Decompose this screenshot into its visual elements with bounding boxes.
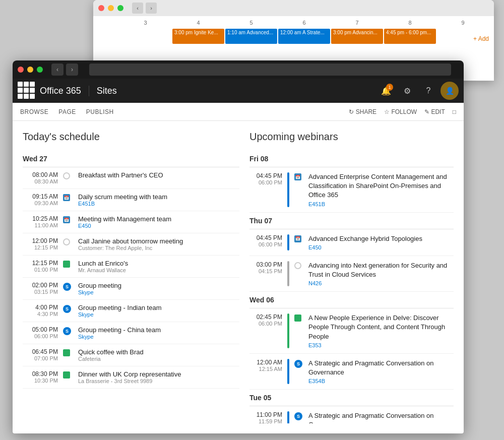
schedule-item: 4:00 PM 4:30 PM S Group meeting - Indian… [23, 300, 239, 322]
schedule-item: 12:00 PM 12:15 PM Call Janine about tomo… [23, 233, 239, 256]
webinar-icon: 📅 [294, 234, 303, 242]
webinar-details: Advanced Enterprise Content Management a… [308, 172, 454, 207]
circle-icon [63, 172, 70, 179]
webinar-time-block: 04:45 PM 06:00 PM [249, 172, 282, 185]
layout-button[interactable]: □ [453, 108, 456, 115]
time-block: 09:15 AM 09:30 AM [23, 193, 58, 206]
webinar-title: A Strategic and Pragmatic Conversation o… [308, 411, 454, 423]
subnav-browse[interactable]: BROWSE [20, 108, 48, 115]
event-icon [63, 171, 73, 179]
event-sub-5: Skype [78, 289, 239, 295]
event-icon [63, 348, 73, 356]
maximize-dot [117, 5, 123, 11]
skype-icon: S [63, 305, 71, 313]
webinar-time-start: 12:00 AM [249, 359, 282, 366]
grid-dot-2 [24, 82, 29, 87]
bg-back-arrow[interactable]: ‹ [132, 3, 143, 14]
forward-button[interactable]: › [66, 64, 78, 76]
subnav-publish[interactable]: PUBLISH [86, 108, 114, 115]
webinar-item: 12:00 AM 12:15 AM S A Strategic and Prag… [249, 354, 454, 390]
event-details: Quick coffee with Brad Cafeteria [78, 348, 239, 362]
webinar-icon: 📅 [294, 172, 303, 180]
schedule-item: 06:45 PM 07:00 PM Quick coffee with Brad… [23, 344, 239, 366]
avatar-icon: 👤 [446, 87, 454, 95]
time-end: 03:15 PM [23, 289, 58, 295]
time-start: 12:15 PM [23, 260, 58, 267]
time-end: 09:30 AM [23, 200, 58, 206]
subnav-page[interactable]: PAGE [58, 108, 76, 115]
minimize-button[interactable] [27, 67, 33, 73]
event-icon: 📅 [63, 193, 73, 201]
follow-button[interactable]: ☆ FOLLOW [384, 108, 417, 115]
titlebar-nav: ‹ › [51, 64, 78, 76]
schedule-item: 12:15 PM 01:00 PM Lunch at Enrico's Mr. … [23, 256, 239, 278]
webinar-details: A Strategic and Pragmatic Conversation o… [308, 359, 454, 384]
event-details: Group meeting - China team Skype [78, 326, 239, 340]
edit-button[interactable]: ✎ EDIT [424, 108, 445, 115]
notifications-button[interactable]: 🔔 1 [377, 82, 395, 100]
time-block: 4:00 PM 4:30 PM [23, 304, 58, 317]
webinar-time-block: 04:45 PM 06:00 PM [249, 234, 282, 247]
app-launcher-icon[interactable] [18, 82, 36, 100]
topnav-icons: 🔔 1 ⚙ ? 👤 [377, 82, 459, 100]
time-end: 06:00 PM [23, 333, 58, 339]
green-icon [294, 315, 301, 322]
event-sub-6: Skype [78, 311, 239, 318]
grid-dot-7 [18, 94, 23, 99]
time-block: 08:00 AM 08:30 AM [23, 171, 58, 184]
webinar-details: A Strategic and Pragmatic Conversation o… [308, 411, 454, 423]
time-start: 02:00 PM [23, 282, 58, 289]
webinars-column: Upcoming webinars Fri 08 04:45 PM 06:00 … [249, 131, 454, 423]
close-button[interactable] [18, 67, 24, 73]
back-button[interactable]: ‹ [51, 64, 64, 76]
webinar-time-block: 11:00 PM 11:59 PM [249, 411, 282, 423]
share-button[interactable]: ↻ SHARE [349, 108, 376, 115]
webinar-time-start: 11:00 PM [249, 411, 282, 418]
time-start: 10:25 AM [23, 215, 58, 222]
time-block: 10:25 AM 11:00 AM [23, 215, 58, 228]
calendar-icon: 📅 [63, 194, 70, 201]
calendar-icon: 📅 [294, 173, 301, 180]
green-icon [63, 261, 70, 268]
maximize-button[interactable] [37, 67, 43, 73]
address-bar[interactable] [89, 64, 451, 76]
time-block: 12:15 PM 01:00 PM [23, 260, 58, 273]
schedule-column: Today's schedule Wed 27 08:00 AM 08:30 A… [23, 131, 239, 423]
event-details: Lunch at Enrico's Mr. Arnaud Wallace [78, 260, 239, 273]
webinar-time-start: 03:00 PM [249, 261, 282, 268]
topnav: Office 365 Sites 🔔 1 ⚙ ? 👤 [13, 79, 464, 103]
bg-cal-empty [98, 19, 118, 27]
help-button[interactable]: ? [419, 82, 437, 100]
bg-add-button[interactable]: + Add [473, 35, 489, 42]
time-end: 11:00 AM [23, 222, 58, 228]
time-end: 08:30 AM [23, 178, 58, 184]
webinar-accent [287, 411, 289, 423]
event-title: Dinner with UK Corp representative [78, 370, 239, 378]
webinar-title: A New People Experience in Delve: Discov… [308, 313, 454, 341]
time-block: 12:00 PM 12:15 PM [23, 237, 58, 250]
event-sub-3: Customer: The Red Apple, Inc [78, 245, 239, 251]
grid-dot-1 [18, 82, 23, 87]
main-window: ‹ › Office 365 Sites 🔔 1 ⚙ ? � [13, 60, 464, 433]
settings-button[interactable]: ⚙ [398, 82, 416, 100]
bg-event-advanced1: 1:10 am Advanced... [225, 29, 277, 44]
user-avatar[interactable]: 👤 [440, 82, 459, 100]
webinar-time-block: 12:00 AM 12:15 AM [249, 359, 282, 372]
webinar-sub-2-0: E353 [308, 342, 454, 348]
event-sub-2: E450 [78, 223, 239, 229]
schedule-items-container: 08:00 AM 08:30 AM Breakfast with Partner… [23, 167, 239, 389]
event-icon: S [63, 326, 73, 335]
webinar-item: 04:45 PM 06:00 PM 📅 Advanced Exchange Hy… [249, 229, 454, 256]
bg-event-ignite: 3:00 pm Ignite Ke... [172, 29, 224, 44]
webinar-details: A New People Experience in Delve: Discov… [308, 313, 454, 348]
skype-icon: S [294, 412, 302, 420]
bg-nav-arrows: ‹ › [132, 3, 157, 14]
bg-forward-arrow[interactable]: › [146, 3, 157, 14]
webinar-sub-1-0: E450 [308, 244, 454, 250]
event-icon [63, 370, 73, 379]
event-sub-7: Skype [78, 334, 239, 340]
event-title: Daily scrum meeting with team [78, 193, 239, 201]
circle-icon [294, 262, 301, 269]
webinar-time-start: 04:45 PM [249, 234, 282, 241]
minimize-dot [108, 5, 114, 11]
